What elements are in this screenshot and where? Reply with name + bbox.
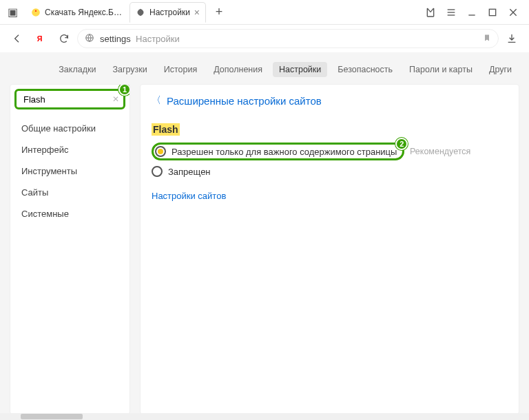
- browser-tab-0[interactable]: Скачать Яндекс.Браузер д: [25, 2, 128, 23]
- section-title-flash: Flash: [152, 123, 180, 136]
- new-tab-button[interactable]: +: [210, 3, 228, 21]
- bookmark-icon[interactable]: [483, 34, 491, 44]
- svg-text:Я: Я: [37, 34, 43, 43]
- window-close-button[interactable]: [503, 2, 523, 23]
- nav-item-settings[interactable]: Настройки: [273, 62, 327, 77]
- back-to-advanced-link[interactable]: 〈 Расширенные настройки сайтов: [152, 94, 508, 107]
- settings-search-box[interactable]: ✕: [14, 89, 125, 109]
- titlebar: ▣ Скачать Яндекс.Браузер д Настройки × +: [0, 0, 529, 25]
- radio-icon: [155, 146, 166, 157]
- site-settings-link[interactable]: Настройки сайтов: [152, 191, 226, 201]
- scrollbar-thumb[interactable]: [21, 414, 83, 419]
- radio-icon: [152, 166, 163, 177]
- nav-item-passwords[interactable]: Пароли и карты: [403, 62, 479, 77]
- radio-label: Запрещен: [168, 167, 211, 177]
- downloads-button[interactable]: [501, 28, 522, 49]
- window-maximize-button[interactable]: [482, 2, 503, 23]
- svg-rect-5: [489, 9, 495, 15]
- horizontal-scrollbar[interactable]: [0, 413, 529, 420]
- sidebar-item-sites[interactable]: Сайты: [10, 182, 129, 203]
- search-clear-icon[interactable]: ✕: [112, 94, 119, 104]
- sidebar-item-interface[interactable]: Интерфейс: [10, 139, 129, 160]
- sidebar-item-tools[interactable]: Инструменты: [10, 160, 129, 182]
- settings-sidebar: ✕ 1 Общие настройки Интерфейс Инструмент…: [10, 84, 130, 413]
- settings-top-nav: Закладки Загрузки История Дополнения Нас…: [0, 52, 529, 84]
- favicon-gear-icon: [136, 8, 145, 17]
- omnibox-text: settings Настройки: [100, 34, 477, 44]
- tab-close-icon[interactable]: ×: [194, 8, 200, 17]
- reader-icon[interactable]: [420, 2, 441, 23]
- annotation-badge-1: 1: [118, 84, 130, 96]
- flash-radio-group: Разрешен только для важного содержимого …: [152, 143, 508, 178]
- settings-page: Закладки Загрузки История Дополнения Нас…: [0, 52, 529, 413]
- address-bar: Я settings Настройки: [0, 25, 529, 52]
- nav-item-history[interactable]: История: [158, 62, 203, 77]
- omnibox[interactable]: settings Настройки: [77, 29, 499, 48]
- radio-label: Разрешен только для важного содержимого …: [172, 147, 397, 157]
- annotation-badge-2: 2: [395, 138, 408, 150]
- side-panel-icon[interactable]: ▣: [0, 6, 25, 19]
- site-info-icon[interactable]: [85, 33, 94, 45]
- favicon-yandex-icon: [31, 8, 41, 17]
- radio-flash-blocked[interactable]: Запрещен: [152, 165, 508, 178]
- browser-tab-1[interactable]: Настройки ×: [129, 2, 206, 23]
- nav-back-button[interactable]: [7, 28, 28, 49]
- nav-item-security[interactable]: Безопасность: [331, 62, 399, 77]
- radio-flash-important-only[interactable]: Разрешен только для важного содержимого …: [152, 143, 404, 160]
- window-minimize-button[interactable]: [461, 2, 482, 23]
- nav-item-downloads[interactable]: Загрузки: [106, 62, 153, 77]
- tab-title: Настройки: [149, 8, 190, 17]
- nav-item-extensions[interactable]: Дополнения: [207, 62, 269, 77]
- settings-search-wrap: ✕ 1: [10, 85, 129, 114]
- sidebar-section-list: Общие настройки Интерфейс Инструменты Са…: [10, 114, 129, 229]
- sidebar-item-system[interactable]: Системные: [10, 203, 129, 224]
- yandex-home-button[interactable]: Я: [30, 28, 51, 49]
- menu-icon[interactable]: [441, 2, 461, 23]
- nav-item-bookmarks[interactable]: Закладки: [52, 62, 102, 77]
- nav-reload-button[interactable]: [54, 28, 74, 49]
- settings-main-panel: 〈 Расширенные настройки сайтов Flash Раз…: [140, 84, 519, 413]
- recommended-label: Рекомендуется: [410, 147, 470, 156]
- sidebar-item-general[interactable]: Общие настройки: [10, 118, 129, 139]
- tab-title: Скачать Яндекс.Браузер д: [45, 8, 122, 17]
- chevron-left-icon: 〈: [152, 94, 161, 107]
- settings-search-input[interactable]: [22, 94, 110, 105]
- back-link-label: Расширенные настройки сайтов: [167, 95, 322, 107]
- nav-item-other[interactable]: Други: [483, 62, 518, 77]
